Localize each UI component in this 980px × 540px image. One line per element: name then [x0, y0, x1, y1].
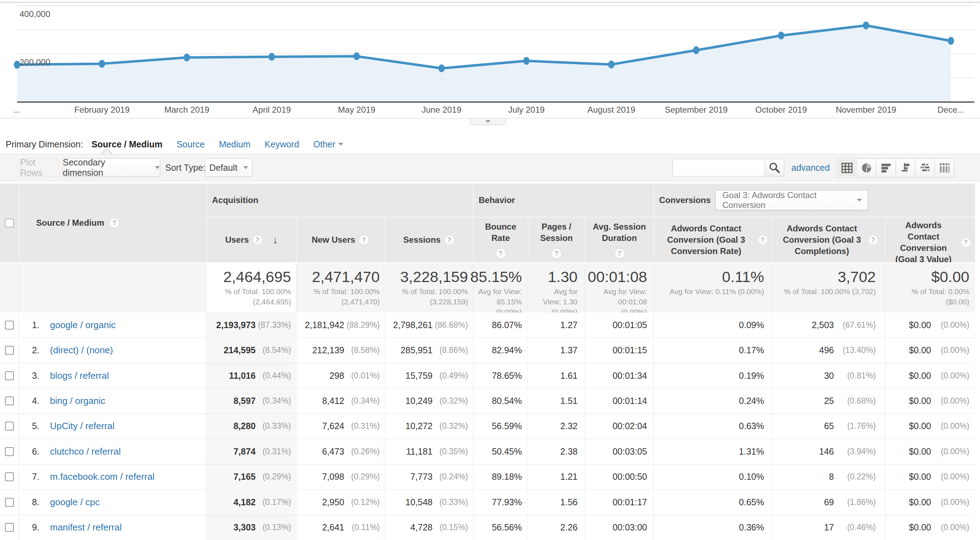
secondary-dimension-button[interactable]: Secondary dimension	[62, 158, 160, 177]
metric-value: 11,181	[406, 446, 433, 457]
metric-percent: (0.00%)	[931, 447, 969, 456]
comparison-view-button[interactable]	[896, 159, 915, 177]
bounce-rate-column-header[interactable]: Bounce Rate ?	[473, 217, 528, 262]
chevron-down-icon	[857, 199, 862, 202]
source-medium-link[interactable]: blogs / referral	[50, 370, 109, 381]
source-medium-link[interactable]: manifest / referral	[50, 522, 122, 533]
pages-session-cell: 1.37	[528, 338, 585, 362]
primary-dimension-medium[interactable]: Medium	[219, 139, 250, 149]
row-checkbox[interactable]	[5, 523, 14, 532]
help-icon[interactable]: ?	[444, 235, 455, 245]
performance-view-button[interactable]	[876, 159, 896, 177]
goal-selector-dropdown[interactable]: Goal 3: Adwords Contact Conversion	[716, 190, 868, 210]
help-icon[interactable]: ?	[868, 235, 878, 245]
chart-point[interactable]	[693, 46, 700, 54]
completions-cell: 2,503(67.61%)	[772, 313, 885, 337]
chart-point[interactable]	[353, 52, 360, 60]
primary-dimension-keyword[interactable]: Keyword	[264, 139, 299, 149]
new-users-column-header[interactable]: New Users ?	[296, 217, 384, 262]
term-cloud-view-button[interactable]	[915, 159, 935, 177]
totals-sessions: 3,228,159 % of Total: 100.00% (3,228,159…	[384, 263, 473, 313]
help-icon[interactable]: ?	[109, 218, 119, 228]
chart-point[interactable]	[863, 22, 869, 29]
plot-rows-button[interactable]: Plot Rows	[20, 158, 59, 177]
row-checkbox[interactable]	[5, 371, 14, 380]
value-cell: $0.00(0.00%)	[885, 490, 975, 515]
primary-dimension-other[interactable]: Other	[313, 139, 344, 149]
chart-point[interactable]	[184, 54, 190, 61]
help-icon[interactable]: ?	[359, 235, 369, 245]
comparison-icon	[899, 162, 912, 174]
source-medium-link[interactable]: google / cpc	[50, 497, 100, 508]
source-medium-link[interactable]: m.facebook.com / referral	[50, 471, 154, 482]
users-cell: 8,280(0.33%)	[206, 414, 296, 439]
chart-collapse-tab[interactable]	[470, 118, 506, 125]
metric-percent: (0.81%)	[834, 371, 876, 381]
source-medium-link[interactable]: google / organic	[50, 319, 116, 330]
select-all-checkbox[interactable]	[5, 219, 14, 227]
source-medium-cell: 7.m.facebook.com / referral	[18, 465, 206, 489]
metric-value: 25	[824, 396, 834, 406]
row-checkbox[interactable]	[5, 472, 14, 481]
chart-point[interactable]	[523, 57, 530, 65]
value-column-header[interactable]: Adwords Contact Conversion (Goal 3 Value…	[885, 217, 975, 262]
chart-point[interactable]	[608, 60, 614, 68]
metric-value: 86.07%	[492, 320, 522, 330]
row-checkbox[interactable]	[5, 498, 14, 507]
source-medium-link[interactable]: UpCity / referral	[50, 421, 115, 432]
chart-point[interactable]	[99, 60, 105, 68]
primary-dimension-source[interactable]: Source	[177, 139, 205, 149]
dimension-column-header[interactable]: Source / Medium ?	[18, 184, 206, 262]
help-icon[interactable]: ?	[551, 248, 562, 259]
chart-point[interactable]	[269, 53, 275, 60]
help-icon[interactable]: ?	[614, 248, 625, 259]
row-checkbox-cell	[0, 363, 18, 388]
help-icon[interactable]: ?	[961, 237, 971, 248]
avg-session-duration-column-header[interactable]: Avg. Session Duration ?	[585, 217, 654, 262]
sessions-cell: 7,773(0.24%)	[384, 465, 473, 489]
row-checkbox[interactable]	[5, 447, 14, 456]
users-column-header[interactable]: Users ? ↓	[206, 217, 296, 262]
metric-value: 298	[329, 371, 344, 381]
pages-session-cell: 1.51	[528, 388, 585, 413]
primary-dimension-bar: Primary Dimension: Source / Medium Sourc…	[6, 136, 343, 152]
row-checkbox[interactable]	[5, 321, 14, 330]
x-axis-label: May 2019	[338, 105, 375, 114]
metric-percent: (0.44%)	[256, 371, 291, 381]
chart-point[interactable]	[778, 32, 784, 39]
sessions-column-header[interactable]: Sessions ?	[384, 217, 473, 262]
completions-column-header[interactable]: Adwords Contact Conversion (Goal 3 Compl…	[772, 217, 885, 262]
help-icon[interactable]: ?	[253, 235, 263, 245]
percentage-view-button[interactable]	[857, 159, 876, 177]
row-checkbox[interactable]	[5, 397, 14, 405]
pages-session-column-header[interactable]: Pages / Session ?	[528, 217, 585, 262]
search-button[interactable]	[764, 159, 784, 176]
row-checkbox[interactable]	[5, 422, 14, 430]
conversion-rate-cell: 0.09%	[654, 313, 772, 337]
table-view-button[interactable]	[837, 159, 857, 177]
pivot-view-button[interactable]	[935, 159, 954, 177]
metric-value: 56.56%	[492, 522, 522, 532]
conversion-rate-column-header[interactable]: Adwords Contact Conversion (Goal 3 Conve…	[654, 217, 772, 262]
metric-value: 00:00:50	[612, 472, 647, 482]
chart-point[interactable]	[438, 65, 445, 72]
metric-percent: (0.17%)	[256, 497, 291, 507]
help-icon[interactable]: ?	[758, 235, 768, 245]
source-medium-link[interactable]: clutchco / referral	[50, 446, 121, 457]
source-medium-link[interactable]: bing / organic	[50, 395, 105, 407]
sort-type-select[interactable]: Default	[205, 158, 253, 177]
metric-percent: (0.33%)	[433, 497, 468, 507]
row-checkbox[interactable]	[5, 346, 14, 355]
users-cell: 4,182(0.17%)	[206, 490, 296, 515]
advanced-search-link[interactable]: advanced	[791, 163, 830, 173]
help-icon[interactable]: ?	[496, 248, 506, 259]
metric-percent: (0.33%)	[256, 421, 291, 431]
metric-percent: (0.26%)	[344, 447, 380, 456]
avg-duration-cell: 00:01:34	[585, 363, 654, 388]
value-cell: $0.00(0.00%)	[885, 363, 975, 388]
source-medium-link[interactable]: (direct) / (none)	[50, 345, 113, 356]
completions-cell: 146(3.94%)	[772, 439, 885, 464]
chart-point[interactable]	[948, 37, 954, 44]
value-cell: $0.00(0.00%)	[885, 388, 975, 413]
search-input[interactable]	[673, 159, 765, 176]
